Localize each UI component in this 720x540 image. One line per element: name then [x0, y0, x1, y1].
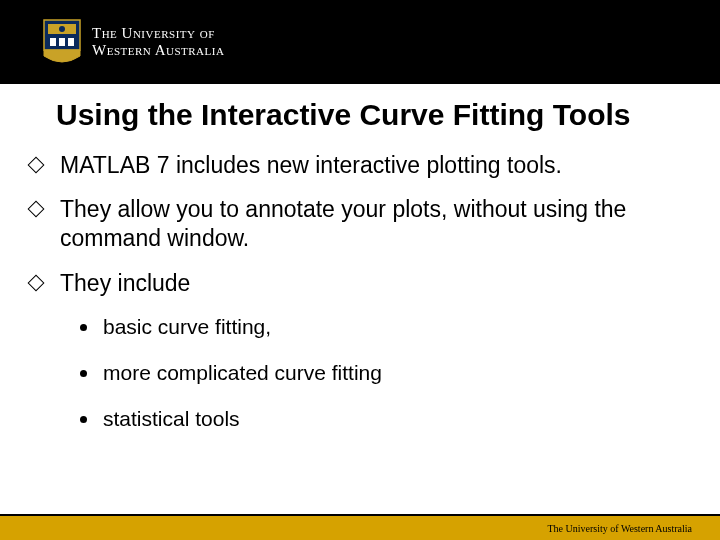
university-crest-icon	[42, 18, 82, 66]
list-item: more complicated curve fitting	[56, 360, 680, 386]
list-item: They include	[56, 269, 680, 298]
bullet-text: MATLAB 7 includes new interactive plotti…	[60, 151, 680, 180]
list-item: statistical tools	[56, 406, 680, 432]
slide-title: Using the Interactive Curve Fitting Tool…	[56, 98, 680, 133]
bullet-text: They allow you to annotate your plots, w…	[60, 195, 680, 253]
dot-bullet-icon	[80, 416, 87, 423]
sub-bullet-text: more complicated curve fitting	[103, 360, 382, 386]
sub-bullet-list: basic curve fitting, more complicated cu…	[56, 314, 680, 433]
footer-text: The University of Western Australia	[547, 523, 692, 534]
content-area: Using the Interactive Curve Fitting Tool…	[0, 84, 720, 514]
diamond-bullet-icon	[28, 201, 45, 218]
university-name-line1: The University of	[92, 25, 224, 42]
dot-bullet-icon	[80, 324, 87, 331]
sub-bullet-text: basic curve fitting,	[103, 314, 271, 340]
list-item: basic curve fitting,	[56, 314, 680, 340]
list-item: MATLAB 7 includes new interactive plotti…	[56, 151, 680, 180]
diamond-bullet-icon	[28, 156, 45, 173]
slide: The University of Western Australia Usin…	[0, 0, 720, 540]
university-name: The University of Western Australia	[92, 25, 224, 60]
university-name-line2: Western Australia	[92, 42, 224, 59]
bullet-text: They include	[60, 269, 680, 298]
dot-bullet-icon	[80, 370, 87, 377]
header-bar: The University of Western Australia	[0, 0, 720, 84]
footer-bar: The University of Western Australia	[0, 514, 720, 540]
svg-point-2	[59, 26, 65, 32]
bullet-list: MATLAB 7 includes new interactive plotti…	[56, 151, 680, 298]
diamond-bullet-icon	[28, 274, 45, 291]
sub-bullet-text: statistical tools	[103, 406, 240, 432]
list-item: They allow you to annotate your plots, w…	[56, 195, 680, 253]
